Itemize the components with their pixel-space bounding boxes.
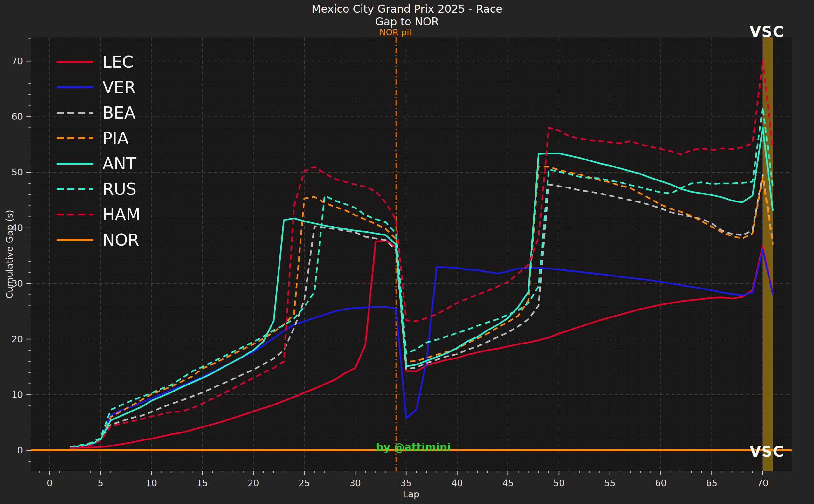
chart-title-line2: Gap to NOR <box>0 15 814 28</box>
legend-swatch-BEA <box>57 112 93 114</box>
x-tick-label: 50 <box>553 478 565 488</box>
y-tick-label: 50 <box>11 167 23 178</box>
x-axis-label: Lap <box>403 489 420 500</box>
y-tick-label: 60 <box>11 112 23 122</box>
x-tick-label: 25 <box>298 478 310 488</box>
legend-item-ANT: ANT <box>57 151 140 176</box>
chart-title-line1: Mexico City Grand Prix 2025 - Race <box>0 3 814 15</box>
legend-item-PIA: PIA <box>57 126 140 151</box>
legend-item-HAM: HAM <box>57 202 140 227</box>
legend-swatch-NOR <box>57 239 93 241</box>
legend-swatch-VER <box>57 86 93 88</box>
y-tick-label: 70 <box>11 56 23 66</box>
x-tick-label: 65 <box>706 478 718 488</box>
legend-label-BEA: BEA <box>102 103 135 122</box>
y-tick-label: 20 <box>11 334 23 344</box>
legend-item-NOR: NOR <box>57 227 140 253</box>
legend-label-HAM: HAM <box>102 205 140 224</box>
x-tick-label: 30 <box>349 478 361 488</box>
x-tick-label: 20 <box>248 478 259 488</box>
x-tick-label: 15 <box>197 478 208 488</box>
legend: LECVERBEAPIAANTRUSHAMNOR <box>57 49 140 253</box>
legend-swatch-PIA <box>57 137 93 139</box>
y-tick-label: 0 <box>17 445 23 456</box>
x-tick-label: 45 <box>503 478 514 488</box>
legend-swatch-LEC <box>57 61 93 63</box>
legend-swatch-HAM <box>57 214 93 215</box>
x-tick-label: 40 <box>452 478 463 488</box>
legend-label-PIA: PIA <box>102 129 128 148</box>
y-tick-label: 10 <box>11 390 23 400</box>
legend-label-NOR: NOR <box>102 230 139 249</box>
legend-item-BEA: BEA <box>57 100 140 126</box>
legend-swatch-RUS <box>57 188 93 190</box>
legend-item-RUS: RUS <box>57 176 140 202</box>
chart-title: Mexico City Grand Prix 2025 - Race Gap t… <box>0 3 814 28</box>
legend-label-LEC: LEC <box>102 52 133 72</box>
legend-label-ANT: ANT <box>102 154 136 173</box>
x-tick-label: 60 <box>655 478 667 488</box>
x-tick-label: 55 <box>604 478 616 488</box>
gap-chart: 0510152025303540455055606570010203040506… <box>0 0 814 504</box>
x-tick-label: 35 <box>400 478 412 488</box>
x-tick-label: 5 <box>98 478 103 488</box>
legend-item-LEC: LEC <box>57 49 140 75</box>
vsc-annotation-top: VSC <box>750 23 784 40</box>
legend-label-VER: VER <box>102 78 136 97</box>
legend-label-RUS: RUS <box>102 180 136 199</box>
vsc-annotation-bottom: VSC <box>750 443 784 460</box>
x-tick-label: 0 <box>47 478 52 488</box>
credit-annotation: by @attimini <box>376 441 451 453</box>
y-axis-label: Cumulative Gap (s) <box>4 210 15 299</box>
legend-swatch-ANT <box>57 163 93 165</box>
nor-pit-annotation: NOR pit <box>379 27 413 37</box>
x-tick-label: 70 <box>757 478 769 488</box>
legend-item-VER: VER <box>57 75 140 100</box>
x-tick-label: 10 <box>146 478 157 488</box>
